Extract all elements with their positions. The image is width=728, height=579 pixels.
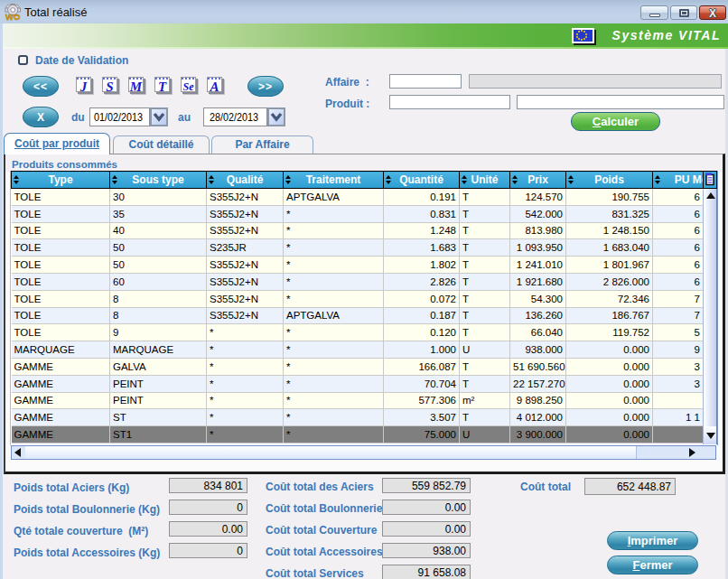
svg-text:WO: WO: [5, 12, 20, 22]
